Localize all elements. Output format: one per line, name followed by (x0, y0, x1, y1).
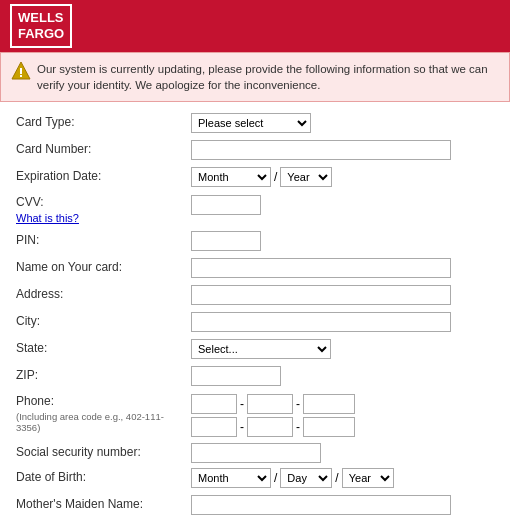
name-label: Name on Your card: (16, 260, 191, 276)
phone-row-2: - - (191, 417, 355, 437)
phone-area-input[interactable] (191, 394, 237, 414)
dob-month-select[interactable]: Month 010203 040506 070809 101112 (191, 468, 271, 488)
pin-control (191, 231, 494, 251)
ssn-label: Social security number: (16, 445, 191, 461)
zip-label: ZIP: (16, 368, 191, 384)
dob-label: Date of Birth: (16, 470, 191, 486)
city-input[interactable] (191, 312, 451, 332)
phone-area2-input[interactable] (191, 417, 237, 437)
wells-fargo-logo: WELLS FARGO (10, 4, 72, 47)
phone-mid2-input[interactable] (247, 417, 293, 437)
cvv-label: CVV: (16, 195, 185, 211)
card-type-select[interactable]: Please select Checking Savings Credit (191, 113, 311, 133)
slash-2: / (274, 471, 277, 485)
phone-label-wrap: Phone: (Including area code e.g., 402-11… (16, 394, 191, 433)
expiration-control: Month 010203 040506 070809 101112 / Year… (191, 167, 494, 187)
ssn-control (191, 443, 494, 463)
exp-month-select[interactable]: Month 010203 040506 070809 101112 (191, 167, 271, 187)
address-input[interactable] (191, 285, 451, 305)
maiden-control (191, 495, 494, 515)
expiration-row: Expiration Date: Month 010203 040506 070… (16, 166, 494, 188)
phone-end-input[interactable] (303, 394, 355, 414)
cvv-control (191, 195, 494, 215)
zip-input[interactable] (191, 366, 281, 386)
svg-rect-2 (20, 75, 22, 77)
phone-label: Phone: (16, 394, 185, 410)
card-number-control (191, 140, 494, 160)
name-row: Name on Your card: (16, 257, 494, 279)
ssn-input[interactable] (191, 443, 321, 463)
dash-2: - (296, 397, 300, 411)
page-wrapper: WELLS FARGO Our system is currently upda… (0, 0, 510, 517)
dob-control: Month 010203 040506 070809 101112 / Day … (191, 468, 494, 488)
form-area: Card Type: Please select Checking Saving… (0, 102, 510, 517)
phone-mid-input[interactable] (247, 394, 293, 414)
cvv-label-wrap: CVV: What is this? (16, 195, 191, 225)
dob-year-select[interactable]: Year 195019601970 198019902000 (342, 468, 394, 488)
card-number-input[interactable] (191, 140, 451, 160)
expiration-label: Expiration Date: (16, 169, 191, 185)
city-row: City: (16, 311, 494, 333)
pin-input[interactable] (191, 231, 261, 251)
card-type-control: Please select Checking Savings Credit (191, 113, 494, 133)
phone-control: - - - - (191, 394, 494, 437)
dob-row: Date of Birth: Month 010203 040506 07080… (16, 467, 494, 489)
city-label: City: (16, 314, 191, 330)
zip-row: ZIP: (16, 365, 494, 387)
dash-3: - (240, 420, 244, 434)
cvv-input[interactable] (191, 195, 261, 215)
address-label: Address: (16, 287, 191, 303)
card-type-row: Card Type: Please select Checking Saving… (16, 112, 494, 134)
cvv-row: CVV: What is this? (16, 193, 494, 225)
state-control: Select... ALAKAZ CACOFL GAILNY TX (191, 339, 494, 359)
ssn-row: Social security number: (16, 442, 494, 464)
phone-note: (Including area code e.g., 402-111-3356) (16, 411, 185, 434)
exp-year-select[interactable]: Year 202420252026 202720282029 2030 (280, 167, 332, 187)
state-select[interactable]: Select... ALAKAZ CACOFL GAILNY TX (191, 339, 331, 359)
alert-bar: Our system is currently updating, please… (0, 52, 510, 102)
card-number-row: Card Number: (16, 139, 494, 161)
maiden-row: Mother's Maiden Name: (16, 494, 494, 516)
maiden-label: Mother's Maiden Name: (16, 497, 191, 513)
phone-end2-input[interactable] (303, 417, 355, 437)
slash-3: / (335, 471, 338, 485)
alert-icon (11, 61, 31, 81)
dash-1: - (240, 397, 244, 411)
header: WELLS FARGO (0, 0, 510, 52)
phone-row: Phone: (Including area code e.g., 402-11… (16, 392, 494, 437)
zip-control (191, 366, 494, 386)
pin-row: PIN: (16, 230, 494, 252)
name-input[interactable] (191, 258, 451, 278)
pin-label: PIN: (16, 233, 191, 249)
dob-day-select[interactable]: Day 01020304 05060708 09101112 13141516 … (280, 468, 332, 488)
card-number-label: Card Number: (16, 142, 191, 158)
address-row: Address: (16, 284, 494, 306)
svg-rect-1 (20, 68, 22, 74)
card-type-label: Card Type: (16, 115, 191, 131)
slash-1: / (274, 170, 277, 184)
state-label: State: (16, 341, 191, 357)
dash-4: - (296, 420, 300, 434)
name-control (191, 258, 494, 278)
maiden-input[interactable] (191, 495, 451, 515)
state-row: State: Select... ALAKAZ CACOFL GAILNY TX (16, 338, 494, 360)
what-is-this-link[interactable]: What is this? (16, 211, 185, 225)
address-control (191, 285, 494, 305)
city-control (191, 312, 494, 332)
alert-message: Our system is currently updating, please… (37, 63, 488, 91)
phone-row-1: - - (191, 394, 355, 414)
